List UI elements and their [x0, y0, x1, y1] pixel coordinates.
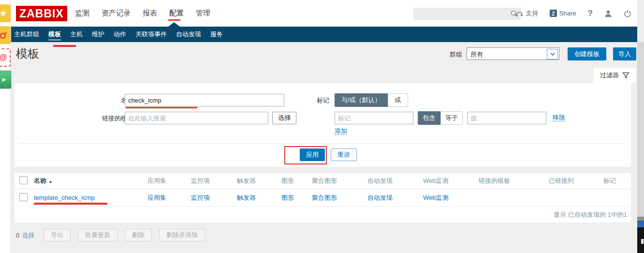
menu-configuration[interactable]: 配置 [169, 9, 184, 18]
export-button[interactable]: 导出 [44, 229, 71, 241]
tag-value-input[interactable] [467, 112, 546, 124]
send-arrow-icon[interactable]: ➤ [0, 70, 12, 89]
annotation-underline-template-row [34, 203, 107, 205]
column-header-triggers: 触发器 [232, 177, 277, 185]
menu-reports[interactable]: 报表 [143, 9, 157, 18]
nav-discovery[interactable]: 自动发现 [173, 27, 205, 42]
nav-hosts[interactable]: 主机 [67, 27, 86, 42]
row-applications-link[interactable]: 应用集 [147, 194, 166, 201]
profile-button[interactable] [604, 10, 612, 17]
logout-button[interactable] [624, 10, 631, 17]
window-edge-text-fragment [641, 239, 644, 244]
reset-button[interactable]: 重设 [331, 149, 357, 161]
delete-button[interactable]: 删除 [125, 229, 152, 241]
chevron-down-icon [547, 49, 558, 60]
top-bar: ZABBIX 监测 资产记录 报表 配置 管理 支持 [11, 0, 637, 27]
create-template-button[interactable]: 创建模板 [568, 47, 606, 60]
nav-templates[interactable]: 模板 [45, 27, 64, 42]
help-button[interactable]: ? [588, 9, 593, 18]
tag-add-link[interactable]: 添加 [335, 127, 347, 135]
row-items-link[interactable]: 监控项 [191, 194, 210, 201]
table-summary: 显示 已自动发现的 1中的1 [15, 207, 631, 223]
search-input[interactable] [416, 8, 510, 21]
bookmark-star-icon[interactable]: ★ [0, 4, 11, 22]
page-title: 模板 [16, 46, 39, 61]
row-screens-link[interactable]: 聚合图形 [312, 194, 337, 201]
share-label: Share [559, 10, 576, 17]
nav-actions[interactable]: 动作 [110, 27, 130, 42]
tag-or-button[interactable]: 或 [388, 93, 408, 107]
zabbix-logo[interactable]: ZABBIX [16, 6, 67, 21]
topbar-right: 支持 Z Share ? [515, 0, 631, 27]
row-graphs-link[interactable]: 图形 [281, 194, 294, 201]
summary-text: 显示 已自动发现的 1中的1 [554, 210, 627, 219]
annotation-underline-name-input [126, 107, 197, 108]
nav-host-groups[interactable]: 主机群组 [11, 27, 43, 42]
selected-counter: 0选择 [16, 231, 34, 240]
column-header-name[interactable]: 名称▲ [29, 177, 143, 185]
nav-event-correlation[interactable]: 关联项事件 [132, 27, 170, 42]
active-menu-pointer [168, 22, 180, 27]
templates-table: 名称▲ 应用集 监控项 触发器 图形 聚合图形 自动发现 Web监测 链接的模板… [15, 173, 631, 223]
tags-label: 标记 [317, 96, 329, 105]
sort-asc-icon: ▲ [48, 179, 53, 184]
main-menu: 监测 资产记录 报表 配置 管理 [75, 0, 210, 27]
power-icon [624, 10, 631, 17]
column-header-tags: 标记 [599, 177, 631, 185]
tag-name-input[interactable] [335, 112, 413, 124]
tag-remove-link[interactable]: 移除 [553, 114, 565, 121]
headset-icon [515, 10, 523, 17]
menu-administration[interactable]: 管理 [196, 9, 210, 18]
zabbix-templates-page: ZABBIX 监测 资产记录 报表 配置 管理 支持 [0, 0, 644, 253]
column-header-linked-to: 已链接到 [544, 177, 599, 185]
group-select-value: 所有 [470, 50, 483, 59]
mass-action-buttons: 导出 批量更新 删除 删除并清除 [44, 229, 205, 241]
menu-monitoring[interactable]: 监测 [75, 9, 89, 18]
tag-logic-segment: 与/或（默认） 或 [335, 93, 408, 107]
tag-andor-button[interactable]: 与/或（默认） [335, 93, 388, 107]
select-all-checkbox[interactable] [19, 176, 28, 184]
row-checkbox[interactable] [19, 193, 28, 201]
select-template-button[interactable]: 选择 [272, 112, 296, 124]
column-header-discovery: 自动发现 [363, 177, 418, 185]
nav-services[interactable]: 服务 [207, 27, 226, 42]
weibo-eye-icon [0, 31, 8, 40]
zabbix-share-icon: Z [550, 10, 557, 17]
window-edge-top [637, 0, 644, 42]
support-link[interactable]: 支持 [515, 9, 538, 18]
mail-at-icon[interactable]: @ [0, 48, 11, 67]
linked-template-input[interactable] [125, 112, 268, 124]
window-edge-gray-segment [637, 217, 644, 221]
tag-contains-button[interactable]: 包含 [418, 111, 440, 125]
column-header-applications: 应用集 [143, 177, 186, 185]
window-edge-scrollbar[interactable] [637, 42, 644, 217]
name-filter-input[interactable] [125, 94, 284, 106]
column-header-web: Web监测 [418, 177, 474, 185]
row-discovery-link[interactable]: 自动发现 [367, 194, 393, 201]
table-header-row: 名称▲ 应用集 监控项 触发器 图形 聚合图形 自动发现 Web监测 链接的模板… [15, 173, 631, 189]
column-header-screens: 聚合图形 [307, 177, 363, 185]
weibo-icon[interactable] [0, 26, 11, 44]
filter-tab[interactable]: 过滤器 [594, 68, 636, 83]
selected-count: 0 [16, 232, 19, 239]
import-button[interactable]: 导入 [613, 47, 636, 60]
tag-operator-segment: 包含 等于 [418, 111, 463, 125]
menu-inventory[interactable]: 资产记录 [102, 9, 131, 18]
annotation-underline-configuration [168, 19, 180, 21]
user-icon [604, 10, 612, 17]
column-header-graphs: 图形 [277, 177, 307, 185]
mass-update-button[interactable]: 批量更新 [78, 229, 117, 241]
template-name-link[interactable]: template_check_icmp [34, 194, 95, 201]
share-link[interactable]: Z Share [550, 10, 576, 17]
tag-equals-button[interactable]: 等于 [440, 111, 463, 125]
delete-and-clear-button[interactable]: 删除并清除 [159, 229, 205, 241]
row-web-link[interactable]: Web监测 [423, 194, 449, 201]
group-select[interactable]: 所有 [467, 47, 559, 60]
column-header-items: 监控项 [186, 177, 232, 185]
filter-funnel-icon [622, 72, 629, 79]
nav-maintenance[interactable]: 维护 [88, 27, 108, 42]
config-nav-bar: 主机群组 模板 主机 维护 动作 关联项事件 自动发现 服务 [11, 27, 637, 42]
group-filter-label: 群组 [450, 50, 462, 59]
row-triggers-link[interactable]: 触发器 [237, 194, 256, 201]
support-label: 支持 [526, 9, 538, 18]
